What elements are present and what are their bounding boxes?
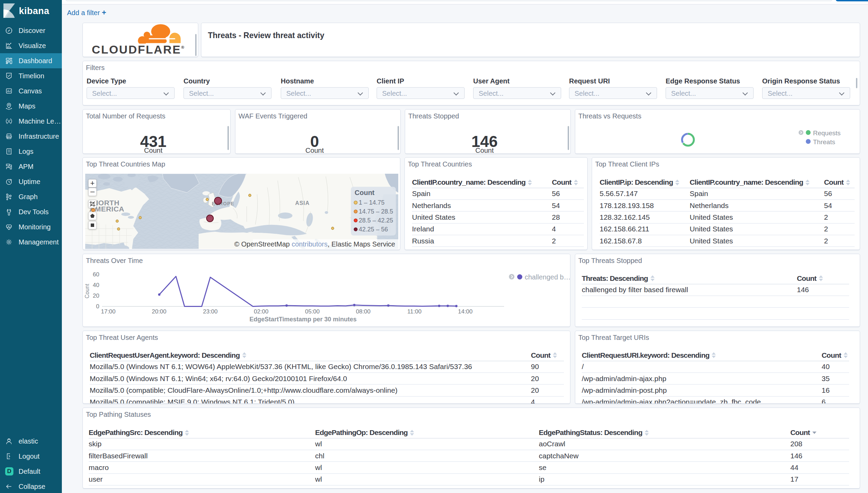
svg-text:0: 0 bbox=[96, 303, 99, 310]
svg-text:02:00: 02:00 bbox=[254, 308, 269, 315]
svg-text:1 – 14.75: 1 – 14.75 bbox=[359, 199, 385, 206]
svg-text:Count: Count bbox=[84, 284, 90, 298]
svg-text:28.5 – 42.25: 28.5 – 42.25 bbox=[359, 217, 393, 224]
svg-text:© OpenStreetMap contributors,: © OpenStreetMap contributors, Elastic Ma… bbox=[234, 240, 395, 248]
svg-text:05:00: 05:00 bbox=[305, 308, 320, 315]
svg-text:Count: Count bbox=[355, 189, 375, 196]
svg-text:ASIA: ASIA bbox=[295, 200, 310, 206]
svg-text:08:00: 08:00 bbox=[356, 308, 371, 315]
svg-text:60: 60 bbox=[93, 271, 99, 278]
svg-text:14.75 – 28.5: 14.75 – 28.5 bbox=[359, 208, 393, 215]
svg-text:42.25 – 56: 42.25 – 56 bbox=[359, 226, 388, 233]
svg-text:EdgeStartTimestamp per 30 minu: EdgeStartTimestamp per 30 minutes bbox=[249, 316, 357, 323]
svg-text:20: 20 bbox=[93, 293, 99, 299]
svg-text:40: 40 bbox=[93, 282, 99, 288]
svg-text:11:00: 11:00 bbox=[407, 308, 421, 315]
svg-text:14:00: 14:00 bbox=[458, 308, 473, 315]
svg-text:20:00: 20:00 bbox=[152, 308, 167, 315]
svg-text:23:00: 23:00 bbox=[203, 308, 218, 315]
svg-text:17:00: 17:00 bbox=[101, 308, 116, 315]
